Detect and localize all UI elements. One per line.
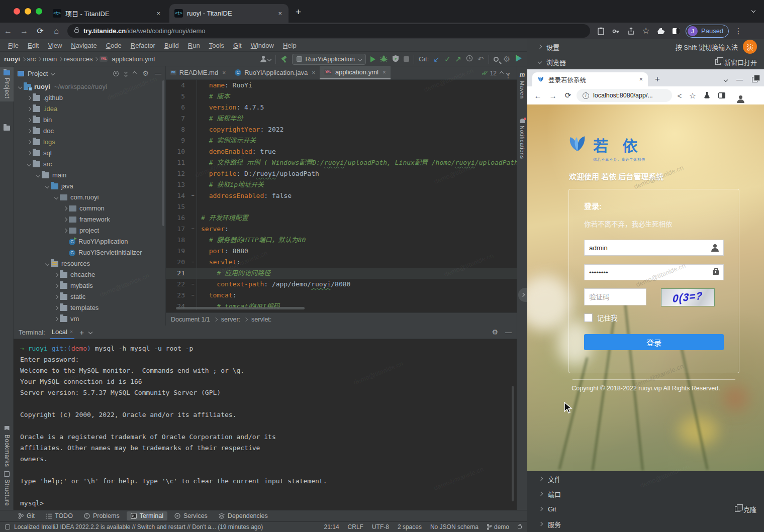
tool-button-todo[interactable]: TODO: [42, 511, 77, 520]
code-editor[interactable]: 4 name: RuoYi5 # 版本6 version: 4.7.57 # 版…: [166, 80, 517, 310]
code-line-15[interactable]: 15: [166, 201, 517, 212]
code-line-21[interactable]: 21 # 应用的访问路径: [166, 268, 517, 279]
tree-item-main[interactable]: main: [14, 170, 165, 181]
section-row-文件[interactable]: 文件: [527, 471, 764, 486]
status-item-1[interactable]: CRLF: [348, 523, 363, 530]
status-lock-icon[interactable]: [518, 525, 522, 528]
password-key-icon[interactable]: [608, 25, 623, 37]
share-icon[interactable]: [623, 25, 638, 37]
terminal-settings-gear-icon[interactable]: ⚙: [492, 328, 498, 336]
breadcrumb-item-src[interactable]: src: [27, 55, 36, 63]
tree-item-mybatis[interactable]: mybatis: [14, 280, 165, 291]
expand-arrow-icon[interactable]: [27, 140, 31, 144]
expand-arrow-icon[interactable]: [27, 107, 31, 111]
breadcrumb-item-application.yml[interactable]: application.yml: [112, 55, 155, 63]
menu-edit[interactable]: Edit: [24, 41, 43, 50]
new-terminal-icon[interactable]: +: [79, 328, 84, 337]
debug-bug-icon[interactable]: [380, 55, 388, 64]
code-line-14[interactable]: 14− addressEnabled: false: [166, 190, 517, 201]
settings-section-row[interactable]: 设置 按 Shift 键切换输入法 演: [527, 39, 764, 54]
section-row-服务[interactable]: 服务: [527, 516, 764, 531]
tool-tab-notifications[interactable]: Notifications: [517, 116, 527, 162]
profile-button[interactable]: J Paused: [686, 25, 729, 38]
clone-button[interactable]: 克隆: [735, 504, 756, 514]
demo-badge[interactable]: 演: [743, 40, 757, 54]
expand-arrow-icon[interactable]: [27, 151, 31, 155]
tree-item-RuoYiServletInitializer[interactable]: RuoYiServletInitializer: [14, 247, 165, 258]
tree-item-common[interactable]: common: [14, 203, 165, 214]
inspections-widget[interactable]: ✓✓ 12: [481, 69, 510, 77]
username-input[interactable]: [589, 244, 711, 252]
doc-breadcrumb-1[interactable]: server:: [221, 316, 240, 323]
expand-arrow-icon[interactable]: [54, 306, 58, 310]
browser-tab-2[interactable]: <t>ruoyi - TitanIDE×: [169, 4, 289, 23]
password-input[interactable]: [589, 269, 713, 276]
minimize-window-button[interactable]: [25, 8, 31, 15]
next-problem-icon[interactable]: [506, 71, 510, 75]
login-button[interactable]: 登录: [584, 334, 724, 350]
collapse-arrow-icon[interactable]: [18, 85, 22, 89]
git-commit-icon[interactable]: ✓: [444, 55, 451, 63]
embedded-restore-icon[interactable]: [752, 77, 757, 82]
search-everywhere-icon[interactable]: [494, 57, 499, 62]
expand-arrow-icon[interactable]: [54, 317, 58, 321]
code-line-11[interactable]: 11 # 文件路径 示例 ( Windows配置D:/ruoyi/uploadP…: [166, 157, 517, 168]
remember-checkbox[interactable]: [584, 313, 593, 322]
tree-item-java[interactable]: java: [14, 181, 165, 192]
menu-tools[interactable]: Tools: [205, 41, 228, 50]
extensions-puzzle-icon[interactable]: [653, 25, 668, 37]
titanide-logo-icon[interactable]: [515, 54, 523, 64]
remember-me[interactable]: 记住我: [584, 312, 618, 323]
close-terminal-tab-icon[interactable]: ×: [70, 329, 73, 335]
prev-problem-icon[interactable]: [500, 71, 504, 75]
browser-menu-kebab-icon[interactable]: ⋮: [731, 25, 746, 37]
tool-tab-maven[interactable]: m Maven: [517, 68, 527, 102]
tree-item-ehcache[interactable]: ehcache: [14, 269, 165, 280]
open-new-window-button[interactable]: 新窗口打开: [715, 57, 757, 67]
expand-arrow-icon[interactable]: [63, 229, 67, 233]
run-button[interactable]: [370, 56, 375, 62]
hide-panel-icon[interactable]: —: [155, 70, 161, 77]
menu-window[interactable]: Window: [247, 41, 278, 50]
close-window-button[interactable]: [14, 8, 20, 15]
expand-arrow-icon[interactable]: [27, 96, 31, 100]
collapse-arrow-icon[interactable]: [36, 173, 40, 177]
stop-button[interactable]: [404, 56, 409, 62]
code-line-16[interactable]: 16# 开发环境配置: [166, 212, 517, 224]
code-line-20[interactable]: 20− servlet:: [166, 257, 517, 268]
panel-options-gear-icon[interactable]: ⚙: [142, 69, 149, 77]
tree-item-ruoyi[interactable]: ruoyi~/workspace/ruoyi: [14, 81, 165, 92]
forward-icon[interactable]: →: [16, 27, 32, 36]
browser-section-row[interactable]: 浏览器 新窗口打开: [527, 54, 764, 69]
embedded-minimize-icon[interactable]: —: [736, 76, 743, 83]
tool-button-git[interactable]: Git: [14, 511, 39, 520]
doc-breadcrumb-2[interactable]: servlet:: [251, 316, 271, 323]
captcha-image[interactable]: 0(3=?: [661, 288, 715, 306]
browser-tab-1[interactable]: <t>项目 - TitanIDE×: [48, 4, 167, 23]
status-message[interactable]: Localized IntelliJ IDEA 2022.2.2 is avai…: [14, 523, 263, 530]
tool-tab-commit[interactable]: [0, 123, 14, 134]
reload-icon[interactable]: ⟳: [32, 26, 48, 36]
editor-tab-application.yml[interactable]: YMLapplication.yml×: [320, 66, 391, 79]
expand-arrow-icon[interactable]: [54, 273, 58, 277]
code-line-23[interactable]: 23− tomcat:: [166, 290, 517, 301]
code-line-13[interactable]: 13 # 获取ip地址开关: [166, 179, 517, 190]
tree-item-src[interactable]: src: [14, 159, 165, 170]
code-line-8[interactable]: 8 copyrightYear: 2022: [166, 124, 517, 135]
collapse-arrow-icon[interactable]: [54, 195, 58, 199]
tree-item-templates[interactable]: templates: [14, 302, 165, 313]
collapse-arrow-icon[interactable]: [27, 162, 31, 166]
menu-file[interactable]: File: [4, 41, 23, 50]
terminal-scrollbar[interactable]: [512, 386, 514, 501]
collapse-arrow-icon[interactable]: [45, 184, 49, 188]
code-line-4[interactable]: 4 name: RuoYi: [166, 80, 517, 91]
expand-arrow-icon[interactable]: [27, 129, 31, 133]
address-bar[interactable]: try.titanide.cn/ide/web/coding/ruoyi/dem…: [67, 24, 590, 38]
code-line-22[interactable]: 22− context-path: /app/demo/ruoyi/8080: [166, 279, 517, 290]
build-hammer-icon[interactable]: [280, 56, 288, 63]
tree-item-resources[interactable]: resources: [14, 258, 165, 269]
tree-item-com.ruoyi[interactable]: com.ruoyi: [14, 192, 165, 203]
code-line-6[interactable]: 6 version: 4.7.5: [166, 102, 517, 113]
tool-button-dependencies[interactable]: Dependencies: [215, 511, 272, 520]
maximize-window-button[interactable]: [36, 8, 42, 15]
